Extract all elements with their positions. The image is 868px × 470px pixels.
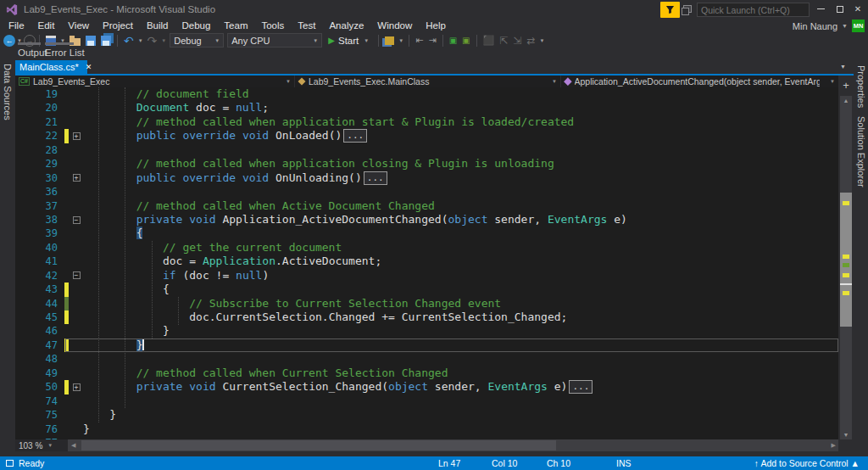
- tab-error-list[interactable]: Error List: [45, 48, 85, 58]
- code-line-21[interactable]: 21// method called when application star…: [15, 115, 838, 129]
- code-line-46[interactable]: 46}: [15, 324, 838, 338]
- undo-caret-icon[interactable]: ▼: [136, 38, 145, 43]
- user-dropdown-caret-icon[interactable]: ▼: [842, 23, 848, 29]
- navbar-member-dropdown[interactable]: Application_ActiveDocumentChanged(object…: [561, 76, 838, 87]
- menu-debug[interactable]: Debug: [175, 20, 217, 32]
- add-to-source-control-button[interactable]: ↑ Add to Source Control ▲: [754, 456, 860, 470]
- navigate-back-button[interactable]: ←: [3, 35, 15, 47]
- code-text[interactable]: [83, 143, 838, 157]
- menu-team[interactable]: Team: [217, 20, 254, 32]
- menu-tools[interactable]: Tools: [254, 20, 291, 32]
- save-all-button[interactable]: [98, 33, 114, 48]
- comment-button[interactable]: ▣: [447, 33, 459, 48]
- code-text[interactable]: if (doc != null): [83, 269, 838, 283]
- menu-edit[interactable]: Edit: [31, 20, 62, 32]
- sidebar-tab-data-sources[interactable]: Data Sources: [3, 64, 13, 120]
- code-text[interactable]: [83, 394, 838, 408]
- code-line-19[interactable]: 19// document field: [15, 87, 838, 101]
- feedback-icon[interactable]: [683, 5, 692, 13]
- code-line-37[interactable]: 37// method called when Active Document …: [15, 199, 838, 213]
- code-line-36[interactable]: 36: [15, 185, 838, 199]
- code-line-49[interactable]: 49// method called when Current Selectio…: [15, 366, 838, 380]
- quick-launch-box[interactable]: [697, 3, 810, 17]
- clear-bookmarks-button[interactable]: ⇄: [524, 33, 537, 48]
- collapse-region-icon[interactable]: −: [73, 216, 81, 224]
- vertical-scroll-track[interactable]: ▲ ▼: [840, 96, 852, 439]
- code-text[interactable]: // document field: [83, 87, 838, 101]
- code-line-47[interactable]: 47}: [15, 339, 838, 352]
- code-text[interactable]: public override void OnUnloading()...: [83, 171, 838, 185]
- code-line-45[interactable]: 45doc.CurrentSelection.Changed += Curren…: [15, 311, 838, 324]
- code-text[interactable]: // get the current document: [83, 241, 838, 255]
- code-line-41[interactable]: 41doc = Application.ActiveDocument;: [15, 255, 838, 268]
- scroll-left-icon[interactable]: ◀: [71, 439, 75, 451]
- user-name[interactable]: Min Naung: [793, 21, 837, 31]
- start-debug-button[interactable]: ▶Start▼: [324, 36, 375, 46]
- code-line-42[interactable]: 42−if (doc != null): [15, 269, 838, 283]
- collapsed-region-box[interactable]: ...: [364, 171, 387, 185]
- code-line-30[interactable]: 30+public override void OnUnloading()...: [15, 171, 838, 185]
- split-editor-icon[interactable]: +: [841, 81, 851, 91]
- code-text[interactable]: {: [83, 283, 838, 296]
- code-text[interactable]: private void Application_ActiveDocumentC…: [83, 213, 838, 227]
- sidebar-tab-solution-explorer[interactable]: Solution Explorer: [856, 116, 866, 187]
- code-line-28[interactable]: 28: [15, 143, 838, 157]
- extension-tool-button[interactable]: [382, 33, 397, 48]
- code-text[interactable]: // method called when Active Document Ch…: [83, 199, 838, 213]
- open-file-button[interactable]: [67, 33, 83, 48]
- code-line-75[interactable]: 75}: [15, 408, 838, 422]
- redo-caret-icon[interactable]: ▼: [159, 38, 168, 43]
- expand-region-icon[interactable]: +: [73, 383, 81, 391]
- horizontal-scrollbar[interactable]: 103 % ▼ ◀ ▶: [15, 439, 838, 451]
- code-text[interactable]: }: [83, 408, 838, 422]
- menu-view[interactable]: View: [61, 20, 96, 32]
- code-line-39[interactable]: 39{: [15, 227, 838, 240]
- menu-window[interactable]: Window: [370, 20, 419, 32]
- minimize-button[interactable]: [811, 0, 830, 18]
- scroll-up-icon[interactable]: ▲: [840, 98, 852, 104]
- collapsed-region-box[interactable]: ...: [569, 380, 593, 394]
- code-line-43[interactable]: 43{: [15, 283, 838, 296]
- solution-configuration-dropdown[interactable]: Debug▼: [170, 33, 224, 48]
- restore-button[interactable]: [831, 0, 849, 18]
- code-text[interactable]: doc = Application.ActiveDocument;: [83, 255, 838, 268]
- navbar-type-dropdown[interactable]: Lab9_Events_Exec.MainClass ▼: [295, 76, 561, 87]
- code-text[interactable]: Document doc = null;: [83, 101, 838, 115]
- bookmark-button[interactable]: ⬛: [481, 33, 498, 48]
- code-text[interactable]: {: [83, 227, 838, 240]
- code-line-29[interactable]: 29// method called when application clos…: [15, 157, 838, 171]
- code-text[interactable]: doc.CurrentSelection.Changed += CurrentS…: [83, 311, 838, 324]
- vertical-scroll-thumb[interactable]: [840, 193, 852, 327]
- bookmark-overflow-icon[interactable]: ▼: [537, 38, 546, 43]
- code-text[interactable]: }: [83, 422, 838, 436]
- code-line-20[interactable]: 20Document doc = null;: [15, 101, 838, 115]
- code-text[interactable]: // method called when application closin…: [83, 157, 838, 171]
- collapsed-region-box[interactable]: ...: [343, 129, 367, 143]
- vertical-scrollbar[interactable]: + ▲ ▼: [838, 60, 854, 451]
- code-text[interactable]: public override void OnLoaded()...: [83, 129, 838, 143]
- editor-zoom-control[interactable]: 103 % ▼: [15, 439, 68, 451]
- previous-bookmark-button[interactable]: ⇱: [497, 33, 510, 48]
- uncomment-button[interactable]: ▣: [459, 33, 472, 48]
- code-editor[interactable]: 19// document field20Document doc = null…: [15, 87, 838, 439]
- code-line-50[interactable]: 50+private void CurrentSelection_Changed…: [15, 380, 838, 394]
- avatar[interactable]: MN: [852, 20, 865, 32]
- next-bookmark-button[interactable]: ⇲: [510, 33, 524, 48]
- code-text[interactable]: // Subscribe to Current Selection Change…: [83, 297, 838, 311]
- step-over-button[interactable]: ⇥: [426, 33, 438, 48]
- menu-build[interactable]: Build: [140, 20, 175, 32]
- solution-platform-dropdown[interactable]: Any CPU▼: [227, 33, 322, 48]
- save-button[interactable]: [83, 33, 98, 48]
- menu-file[interactable]: File: [2, 20, 31, 32]
- navbar-project-dropdown[interactable]: C# Lab9_Events_Exec ▼: [15, 76, 295, 87]
- code-text[interactable]: private void CurrentSelection_Changed(ob…: [83, 380, 838, 394]
- user-area[interactable]: Min Naung ▼ MN: [793, 20, 865, 32]
- sidebar-tab-properties[interactable]: Properties: [856, 65, 866, 108]
- code-text[interactable]: [83, 185, 838, 199]
- undo-button[interactable]: ↶: [121, 33, 136, 48]
- code-line-40[interactable]: 40// get the current document: [15, 241, 838, 255]
- menu-help[interactable]: Help: [419, 20, 453, 32]
- new-project-button[interactable]: [43, 33, 58, 48]
- code-text[interactable]: [83, 352, 838, 366]
- close-button[interactable]: ✕: [849, 0, 867, 18]
